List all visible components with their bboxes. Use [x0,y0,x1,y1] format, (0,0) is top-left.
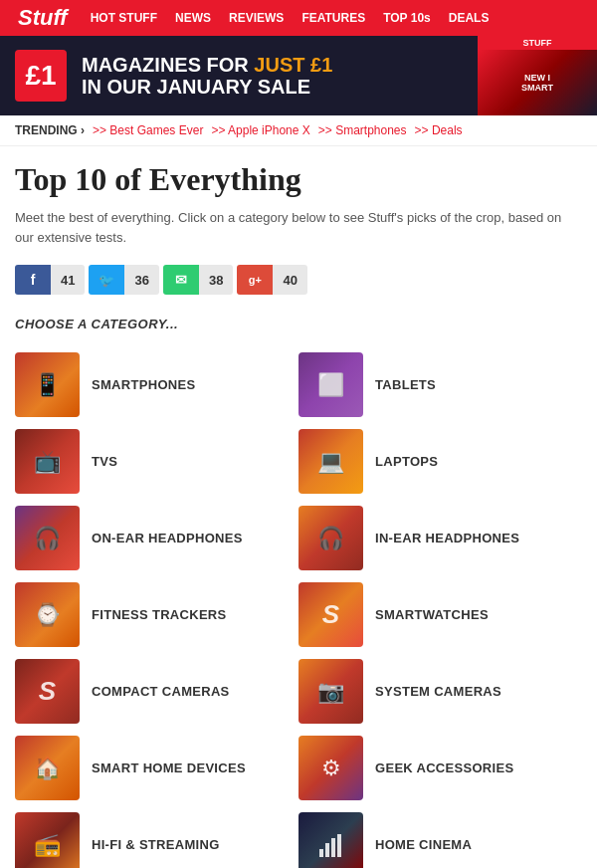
banner-line1: MAGAZINES FOR JUST £1 [82,54,332,76]
category-thumb-smarthome: 🏠 [15,736,80,800]
category-fitness[interactable]: ⌚ FITNESS TRACKERS [15,576,298,653]
banner-pound-sign: £1 [15,50,67,102]
twitter-share-button[interactable]: 🐦 36 [89,265,158,295]
trending-label: TRENDING › [15,123,85,137]
category-grid: 📱 SMARTPHONES ⬜ TABLETS 📺 TVS 💻 LAPTOPS [15,346,582,868]
social-share-row: f 41 🐦 36 ✉ 38 g+ 40 [15,265,582,295]
trending-link-bestgames[interactable]: >> Best Games Ever [93,123,203,137]
category-thumb-homecinema [298,812,363,868]
category-thumb-tablets: ⬜ [298,352,363,417]
banner-badge: STUFF [478,36,597,50]
page-description: Meet the best of everything. Click on a … [15,208,582,247]
category-homecinema[interactable]: HOME CINEMA [298,806,582,868]
email-count: 38 [199,265,233,295]
category-thumb-compact: S [15,659,80,724]
category-tvs[interactable]: 📺 TVS [15,423,298,500]
nav-reviews[interactable]: REVIEWS [229,11,284,25]
main-content: Top 10 of Everything Meet the best of ev… [0,146,597,868]
smartphone-icon: 📱 [34,372,61,398]
category-smartwatches[interactable]: S SMARTWATCHES [298,576,582,653]
system-cameras-icon: 📷 [317,679,344,705]
category-smartphones[interactable]: 📱 SMARTPHONES [15,346,298,423]
facebook-share-button[interactable]: f 41 [15,265,85,295]
logo: Stuff [10,3,76,33]
category-name-tvs: TVS [92,454,117,469]
category-tablets[interactable]: ⬜ TABLETS [298,346,582,423]
banner-content: £1 MAGAZINES FOR JUST £1 IN OUR JANUARY … [0,40,478,111]
email-icon: ✉ [163,265,199,295]
category-section-label: CHOOSE A CATEGORY... [15,317,582,331]
category-name-system: SYSTEM CAMERAS [375,684,501,699]
category-hifi[interactable]: 📻 HI-FI & STREAMING [15,806,298,868]
email-share-button[interactable]: ✉ 38 [163,265,233,295]
category-name-hifi: HI-FI & STREAMING [92,837,220,852]
category-thumb-laptops: 💻 [298,429,363,494]
banner-photo: NEW ISMART [478,50,597,115]
nav-features[interactable]: FEATURES [301,11,365,25]
category-thumb-system: 📷 [298,659,363,724]
svg-rect-0 [319,849,323,857]
category-thumb-inear: 🎧 [298,506,363,570]
trending-link-smartphones[interactable]: >> Smartphones [318,123,407,137]
inear-headphones-icon: 🎧 [317,526,344,551]
trending-bar: TRENDING › >> Best Games Ever >> Apple i… [0,115,597,146]
twitter-icon: 🐦 [89,265,124,295]
header: Stuff HOT STUFF NEWS REVIEWS FEATURES TO… [0,0,597,36]
tv-icon: 📺 [34,449,61,475]
fitness-icon: ⌚ [34,602,61,628]
category-name-laptops: LAPTOPS [375,454,438,469]
svg-rect-2 [331,838,335,857]
svg-rect-1 [325,843,329,857]
twitter-count: 36 [124,265,158,295]
category-name-compact: COMPACT CAMERAS [92,684,230,699]
onear-headphones-icon: 🎧 [34,526,61,551]
banner-ad[interactable]: £1 MAGAZINES FOR JUST £1 IN OUR JANUARY … [0,36,597,115]
tablet-icon: ⬜ [317,372,344,398]
category-name-smartwatches: SMARTWATCHES [375,607,489,622]
category-name-fitness: FITNESS TRACKERS [92,607,227,622]
trending-link-deals[interactable]: >> Deals [415,123,463,137]
category-thumb-geek: ⚙ [298,736,363,800]
category-onear[interactable]: 🎧 ON-EAR HEADPHONES [15,500,298,576]
category-name-smartphones: SMARTPHONES [92,377,195,392]
nav-hotstuff[interactable]: HOT STUFF [91,11,157,25]
homecinema-icon [317,831,345,859]
category-geek[interactable]: ⚙ GEEK ACCESSORIES [298,730,582,806]
category-name-homecinema: HOME CINEMA [375,837,472,852]
facebook-count: 41 [51,265,85,295]
category-name-smarthome: SMART HOME DEVICES [92,760,246,775]
category-name-tablets: TABLETS [375,377,436,392]
svg-rect-3 [337,834,341,857]
nav-deals[interactable]: DEALS [449,11,490,25]
category-inear[interactable]: 🎧 IN-EAR HEADPHONES [298,500,582,576]
banner-line2: IN OUR JANUARY SALE [82,76,332,98]
nav-top10s[interactable]: TOP 10s [383,11,431,25]
category-thumb-fitness: ⌚ [15,582,80,647]
category-thumb-tvs: 📺 [15,429,80,494]
geek-accessories-icon: ⚙ [321,756,341,781]
category-thumb-onear: 🎧 [15,506,80,570]
smarthome-icon: 🏠 [34,756,61,781]
googleplus-count: 40 [273,265,306,295]
category-laptops[interactable]: 💻 LAPTOPS [298,423,582,500]
googleplus-icon: g+ [237,265,273,295]
smartwatches-icon: S [322,599,339,630]
category-name-onear: ON-EAR HEADPHONES [92,531,243,545]
category-system[interactable]: 📷 SYSTEM CAMERAS [298,653,582,730]
category-name-inear: IN-EAR HEADPHONES [375,531,519,545]
compact-cameras-icon: S [39,676,56,707]
laptop-icon: 💻 [317,449,344,475]
nav-news[interactable]: NEWS [175,11,211,25]
category-compact[interactable]: S COMPACT CAMERAS [15,653,298,730]
trending-link-iphone[interactable]: >> Apple iPhone X [211,123,309,137]
banner-text: MAGAZINES FOR JUST £1 IN OUR JANUARY SAL… [82,54,332,98]
category-name-geek: GEEK ACCESSORIES [375,760,513,775]
hifi-icon: 📻 [34,832,61,858]
facebook-icon: f [15,265,51,295]
category-thumb-hifi: 📻 [15,812,80,868]
googleplus-share-button[interactable]: g+ 40 [237,265,306,295]
category-thumb-smartphones: 📱 [15,352,80,417]
banner-image: STUFF NEW ISMART [478,36,597,115]
category-thumb-smartwatches: S [298,582,363,647]
category-smarthome[interactable]: 🏠 SMART HOME DEVICES [15,730,298,806]
